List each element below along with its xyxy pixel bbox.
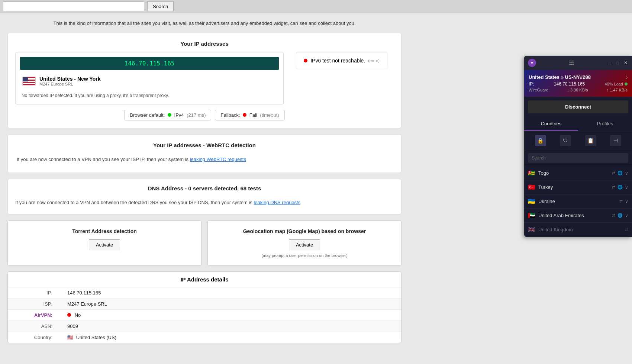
togo-country-name: Togo — [538, 170, 612, 176]
dns-leak-link[interactable]: leaking DNS requests — [254, 200, 300, 205]
fallback-badge: Fallback: Fail (timeout) — [215, 110, 284, 120]
geo-activate-button[interactable]: Activate — [289, 239, 320, 250]
vpn-server-name: United States » US-NY#288 — [529, 74, 591, 80]
webrtc-leak-link[interactable]: leaking WebRTC requests — [190, 157, 246, 162]
vpn-chevron-right-icon[interactable]: › — [626, 75, 628, 80]
turkey-action-globe-icon[interactable]: 🌐 — [618, 185, 623, 190]
ip-details-card: IP Address details IP: 146.70.115.165 IS… — [7, 271, 402, 343]
turkey-actions: ⇄ 🌐 ∨ — [612, 185, 628, 190]
turkey-country-name: Turkey — [538, 184, 612, 190]
table-row: AirVPN: No — [8, 310, 401, 321]
webrtc-card: Your IP addresses - WebRTC detection If … — [7, 134, 402, 173]
vpn-country-item-uae[interactable]: 🇦🇪 United Arab Emirates ⇄ 🌐 ∨ — [524, 209, 632, 223]
vpn-country-list: 🇹🇬 Togo ⇄ 🌐 ∨ 🇹🇷 Turkey ⇄ 🌐 ∨ 🇺🇦 Ukraine… — [524, 166, 632, 237]
vpn-dl-speed: ↓ 3.06 KB/s — [567, 88, 588, 92]
togo-action-reconnect-icon[interactable]: ⇄ — [612, 171, 615, 175]
country-flag-icon: 🇺🇸 — [67, 335, 73, 340]
uk-flag-icon: 🇬🇧 — [528, 226, 535, 233]
fallback-label: Fallback: — [220, 112, 240, 118]
browser-bar: Search — [0, 0, 632, 13]
ukraine-action-reconnect-icon[interactable]: ⇄ — [619, 199, 623, 204]
vpn-filter-shield-icon[interactable]: 🛡 — [560, 135, 571, 146]
uae-country-name: United Arab Emirates — [538, 213, 612, 218]
vpn-search-wrap — [524, 150, 632, 166]
geo-card-title: Geolocation map (Google Map) based on br… — [215, 228, 394, 234]
vpn-country-item-turkey[interactable]: 🇹🇷 Turkey ⇄ 🌐 ∨ — [524, 180, 632, 194]
vpn-filter-list-icon[interactable]: 📋 — [585, 135, 596, 146]
vpn-server-banner: United States » US-NY#288 › IP: 146.70.1… — [524, 70, 632, 97]
turkey-action-reconnect-icon[interactable]: ⇄ — [612, 185, 615, 190]
vpn-tab-profiles[interactable]: Profiles — [578, 117, 632, 131]
ipv6-error-dot — [304, 59, 307, 62]
vpn-filter-sort-icon[interactable]: ⊣ — [610, 135, 621, 146]
uae-action-globe-icon[interactable]: 🌐 — [618, 213, 623, 218]
vpn-protocol-label: WireGuard — [529, 88, 548, 92]
vpn-minimize-button[interactable]: ─ — [607, 60, 612, 65]
torrent-card: Torrent Address detection Activate — [7, 220, 201, 265]
ukraine-country-name: Ukraine — [538, 199, 619, 204]
vpn-ip-value: 146.70.115.165 — [554, 81, 585, 87]
togo-actions: ⇄ 🌐 ∨ — [612, 171, 628, 176]
browser-search-button[interactable]: Search — [147, 1, 174, 11]
table-row: IP: 146.70.115.165 — [8, 287, 401, 299]
vpn-filter-lock-icon[interactable]: 🔒 — [535, 135, 546, 146]
ukraine-actions: ⇄ ∨ — [619, 199, 628, 204]
ipv4-ok-dot — [168, 113, 171, 117]
intro-text: This is the kind of information that all… — [7, 20, 402, 26]
dns-card: DNS Address - 0 servers detected, 68 tes… — [7, 179, 402, 215]
vpn-country-item-ukraine[interactable]: 🇺🇦 Ukraine ⇄ ∨ — [524, 194, 632, 209]
browser-test-label: Browser default: — [130, 112, 165, 118]
ukraine-expand-icon[interactable]: ∨ — [625, 199, 628, 204]
browser-tests-row: Browser default: IPv4 (217 ms) Fallback:… — [15, 110, 394, 120]
ip-addresses-card: Your IP addresses 146.70.115.165 United … — [7, 33, 402, 128]
vpn-ip-label: IP: — [529, 81, 534, 87]
ip-no-forward-text: No forwarded IP detected. If you are usi… — [20, 91, 279, 100]
main-content: This is the kind of information that all… — [0, 13, 409, 357]
ip-country-row: United States - New York M247 Europe SRL — [20, 74, 279, 88]
vpn-disconnect-button[interactable]: Disconnect — [528, 100, 628, 113]
uae-flag-icon: 🇦🇪 — [528, 212, 535, 219]
torrent-activate-button[interactable]: Activate — [89, 239, 120, 250]
browser-search-input[interactable] — [3, 1, 144, 11]
detect-row: Torrent Address detection Activate Geolo… — [7, 220, 402, 265]
vpn-filters: 🔒 🛡 📋 ⊣ — [524, 131, 632, 150]
vpn-ip-row: IP: 146.70.115.165 48% Load — [529, 81, 628, 87]
airvpn-no-dot — [67, 313, 71, 317]
country-label: Country: — [8, 332, 60, 343]
vpn-search-input[interactable] — [528, 153, 628, 163]
vpn-logo-icon: ▼ — [528, 59, 536, 67]
vpn-server-row: United States » US-NY#288 › — [529, 74, 628, 80]
togo-expand-icon[interactable]: ∨ — [625, 171, 628, 176]
torrent-card-title: Torrent Address detection — [15, 228, 194, 234]
airvpn-link[interactable]: AirVPN: — [34, 312, 52, 318]
table-row: Country: 🇺🇸 United States (US) — [8, 332, 401, 343]
togo-action-globe-icon[interactable]: 🌐 — [618, 171, 623, 175]
vpn-panel: ▼ ☰ ─ □ ✕ United States » US-NY#288 › IP… — [524, 56, 632, 237]
vpn-maximize-button[interactable]: □ — [615, 60, 620, 65]
uae-action-reconnect-icon[interactable]: ⇄ — [612, 213, 615, 218]
uae-expand-icon[interactable]: ∨ — [625, 213, 628, 218]
browser-test-ms: (217 ms) — [187, 112, 206, 118]
us-flag-icon — [22, 77, 36, 86]
table-row: ISP: M247 Europe SRL — [8, 299, 401, 310]
vpn-close-button[interactable]: ✕ — [623, 60, 628, 65]
ip-isp-text: M247 Europe SRL — [39, 82, 100, 86]
dns-text: If you are now connected to a VPN and be… — [14, 197, 395, 208]
isp-value: M247 Europe SRL — [60, 299, 401, 310]
vpn-hamburger-icon[interactable]: ☰ — [569, 59, 574, 67]
vpn-protocol-row: WireGuard ↓ 3.06 KB/s ↑ 1.47 KB/s — [529, 88, 628, 92]
uk-action-reconnect-icon[interactable]: ⇄ — [625, 227, 628, 232]
turkey-flag-icon: 🇹🇷 — [528, 184, 535, 191]
vpn-country-item-uk[interactable]: 🇬🇧 United Kingdom ⇄ — [524, 223, 632, 237]
ukraine-flag-icon: 🇺🇦 — [528, 198, 535, 205]
vpn-country-item-togo[interactable]: 🇹🇬 Togo ⇄ 🌐 ∨ — [524, 166, 632, 180]
geo-note: (may prompt a user permission on the bro… — [215, 253, 394, 258]
vpn-ul-speed: ↑ 1.47 KB/s — [607, 88, 628, 92]
webrtc-card-title: Your IP addresses - WebRTC detection — [15, 142, 394, 148]
vpn-tab-countries[interactable]: Countries — [524, 117, 578, 131]
turkey-expand-icon[interactable]: ∨ — [625, 185, 628, 190]
uk-actions: ⇄ — [625, 227, 628, 232]
ip-card-title: Your IP addresses — [15, 41, 394, 47]
geo-card: Geolocation map (Google Map) based on br… — [207, 220, 402, 265]
table-row: ASN: 9009 — [8, 321, 401, 332]
